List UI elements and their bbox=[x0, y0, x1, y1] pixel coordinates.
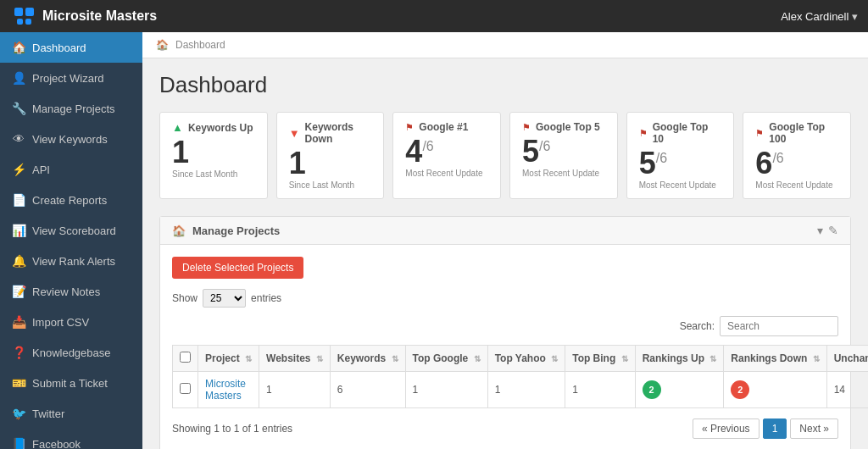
stat-card-header: ⚑ Google Top 10 bbox=[639, 121, 722, 145]
collapse-icon[interactable]: ▾ bbox=[817, 224, 823, 237]
nav-icon-twitter: 🐦 bbox=[12, 407, 25, 420]
logo-icon bbox=[10, 5, 37, 27]
row-checkbox-cell bbox=[173, 372, 198, 408]
sort-icon-3: ⇅ bbox=[392, 354, 398, 363]
user-menu[interactable]: Alex Cardinell ▾ bbox=[781, 10, 858, 23]
brand-name: Microsite Masters bbox=[42, 8, 157, 24]
unchanged-cell: 14 bbox=[826, 372, 868, 408]
row-checkbox[interactable] bbox=[180, 383, 191, 394]
nav-icon-api: ⚡ bbox=[12, 163, 25, 176]
nav-icon-import-csv: 📥 bbox=[12, 315, 25, 329]
rankings-down-cell: 2 bbox=[724, 372, 826, 408]
nav-icon-review-notes: 📝 bbox=[12, 285, 25, 298]
sidebar-item-api[interactable]: ⚡API bbox=[0, 154, 142, 185]
sidebar-item-label: Knowledgebase bbox=[32, 346, 111, 359]
pagination: « Previous 1 Next » bbox=[693, 419, 838, 439]
delete-selected-btn[interactable]: Delete Selected Projects bbox=[172, 257, 303, 279]
select-all-checkbox[interactable] bbox=[180, 352, 191, 363]
arrow-up-icon: ▲ bbox=[172, 121, 183, 134]
search-input[interactable] bbox=[720, 316, 838, 336]
col-header-6[interactable]: Top Bing ⇅ bbox=[565, 346, 635, 372]
sort-icon-1: ⇅ bbox=[245, 354, 252, 363]
content-area: 🏠 Dashboard Dashboard ▲ Keywords Up 1 Si… bbox=[142, 32, 868, 449]
stat-card-subtitle: Most Recent Update bbox=[522, 169, 605, 178]
sidebar-item-label: Twitter bbox=[32, 407, 64, 420]
col-header-9[interactable]: Unchanged ⇅ bbox=[826, 346, 868, 372]
sidebar-item-dashboard[interactable]: 🏠Dashboard bbox=[0, 32, 142, 63]
sidebar-item-facebook[interactable]: 📘Facebook bbox=[0, 429, 142, 449]
col-header-8[interactable]: Rankings Down ⇅ bbox=[724, 346, 826, 372]
manage-projects-panel: 🏠 Manage Projects ▾ ✎ Delete Selected Pr… bbox=[159, 216, 851, 449]
sidebar-item-twitter[interactable]: 🐦Twitter bbox=[0, 398, 142, 429]
col-header-7[interactable]: Rankings Up ⇅ bbox=[635, 346, 724, 372]
project-link[interactable]: Microsite Masters bbox=[205, 378, 246, 402]
rankings-up-badge: 2 bbox=[643, 380, 661, 399]
top-google-cell: 1 bbox=[405, 372, 487, 408]
panel-header: 🏠 Manage Projects ▾ ✎ bbox=[160, 217, 850, 245]
stat-card-value: 6/6 bbox=[755, 148, 838, 179]
panel-home-icon: 🏠 bbox=[172, 224, 186, 237]
panel-header-title: 🏠 Manage Projects bbox=[172, 224, 280, 237]
col-header-2[interactable]: Websites ⇅ bbox=[259, 346, 331, 372]
col-header-1[interactable]: Project ⇅ bbox=[198, 346, 259, 372]
table-row: Microsite Masters 1 6 1 1 1 2 2 14 ✕ bbox=[173, 372, 869, 408]
project-cell: Microsite Masters bbox=[198, 372, 259, 408]
stat-card-sub: /6 bbox=[422, 139, 433, 153]
nav-icon-view-rank-alerts: 🔔 bbox=[12, 254, 25, 268]
user-name: Alex Cardinell bbox=[781, 10, 849, 23]
next-page-btn[interactable]: Next » bbox=[790, 419, 838, 439]
sidebar-item-manage-projects[interactable]: 🔧Manage Projects bbox=[0, 93, 142, 124]
sidebar-item-label: API bbox=[32, 164, 50, 176]
stat-card-header: ⚑ Google #1 bbox=[405, 121, 488, 133]
nav-icon-view-keywords: 👁 bbox=[12, 132, 25, 146]
sidebar-item-create-reports[interactable]: 📄Create Reports bbox=[0, 185, 142, 215]
showing-text: Showing 1 to 1 of 1 entries bbox=[172, 423, 292, 435]
stat-card-title: Keywords Up bbox=[188, 122, 253, 134]
breadcrumb-current: Dashboard bbox=[175, 39, 225, 51]
sidebar-item-view-scoreboard[interactable]: 📊View Scoreboard bbox=[0, 215, 142, 246]
col-header-3[interactable]: Keywords ⇅ bbox=[330, 346, 405, 372]
stat-card-subtitle: Most Recent Update bbox=[405, 169, 488, 178]
stat-card-value: 1 bbox=[172, 137, 255, 168]
sidebar-item-view-rank-alerts[interactable]: 🔔View Rank Alerts bbox=[0, 246, 142, 276]
topbar: Microsite Masters Alex Cardinell ▾ bbox=[0, 0, 868, 32]
sidebar-item-label: Submit a Ticket bbox=[32, 377, 108, 390]
col-header-0 bbox=[173, 346, 198, 372]
show-label: Show bbox=[172, 292, 198, 304]
sidebar-item-view-keywords[interactable]: 👁View Keywords bbox=[0, 124, 142, 154]
nav-icon-submit-ticket: 🎫 bbox=[12, 376, 25, 390]
stat-card-subtitle: Most Recent Update bbox=[755, 180, 838, 190]
stat-card-title: Google Top 10 bbox=[653, 121, 722, 145]
sidebar-item-review-notes[interactable]: 📝Review Notes bbox=[0, 276, 142, 307]
sidebar-item-import-csv[interactable]: 📥Import CSV bbox=[0, 307, 142, 337]
sidebar-item-project-wizard[interactable]: 👤Project Wizard bbox=[0, 63, 142, 93]
flag-icon: ⚑ bbox=[755, 128, 764, 139]
sidebar-item-label: Manage Projects bbox=[32, 103, 115, 115]
entries-select[interactable]: 25 10 50 100 bbox=[203, 289, 246, 308]
flag-icon: ⚑ bbox=[405, 122, 414, 133]
page-1-btn[interactable]: 1 bbox=[763, 419, 787, 439]
nav-icon-view-scoreboard: 📊 bbox=[12, 224, 25, 237]
col-header-5[interactable]: Top Yahoo ⇅ bbox=[487, 346, 565, 372]
projects-table: Project ⇅Websites ⇅Keywords ⇅Top Google … bbox=[172, 345, 868, 408]
col-header-4[interactable]: Top Google ⇅ bbox=[405, 346, 487, 372]
sort-icon-6: ⇅ bbox=[621, 354, 628, 363]
stat-card-value: 5/6 bbox=[639, 148, 722, 179]
rankings-up-cell: 2 bbox=[635, 372, 724, 408]
panel-header-actions: ▾ ✎ bbox=[817, 224, 838, 237]
prev-page-btn[interactable]: « Previous bbox=[693, 419, 760, 439]
sidebar-item-label: Review Notes bbox=[32, 285, 100, 298]
stat-card-subtitle: Since Last Month bbox=[289, 180, 372, 190]
sidebar-item-submit-ticket[interactable]: 🎫Submit a Ticket bbox=[0, 368, 142, 398]
stat-card-sub: /6 bbox=[656, 151, 667, 165]
rankings-down-badge: 2 bbox=[731, 380, 749, 399]
home-icon: 🏠 bbox=[156, 39, 169, 51]
stat-card-keywords-down: ▼ Keywords Down 1 Since Last Month bbox=[276, 112, 385, 199]
sort-icon-2: ⇅ bbox=[316, 354, 323, 363]
nav-icon-manage-projects: 🔧 bbox=[12, 102, 25, 115]
sidebar-item-knowledgebase[interactable]: ❓Knowledgebase bbox=[0, 337, 142, 368]
edit-icon[interactable]: ✎ bbox=[828, 224, 838, 237]
flag-icon: ⚑ bbox=[522, 122, 531, 133]
stat-card-value: 5/6 bbox=[522, 136, 605, 167]
breadcrumb: 🏠 Dashboard bbox=[142, 32, 868, 58]
